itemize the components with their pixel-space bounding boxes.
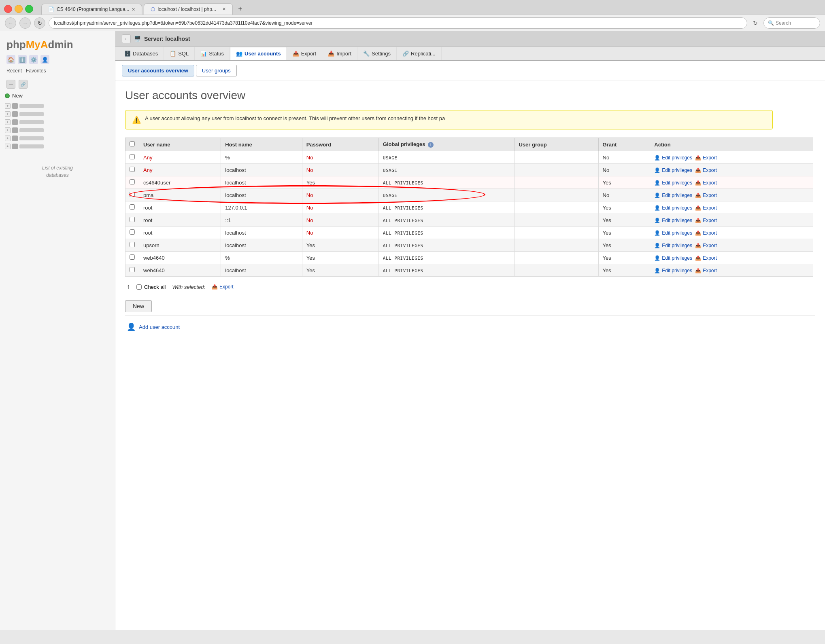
address-bar[interactable] [49,17,747,29]
edit-privileges-button[interactable]: 👤 Edit privileges [654,155,692,161]
row-checkbox[interactable] [130,154,135,159]
new-button[interactable]: New [125,300,152,312]
select-all-checkbox[interactable] [130,141,135,146]
expand-icon[interactable]: + [5,144,11,149]
expand-icon[interactable]: + [5,136,11,141]
db-item[interactable]: + [0,110,115,118]
header-password: Password [302,138,378,151]
db-item[interactable]: + [0,142,115,150]
table-row: upsornlocalhostYesALL PRIVILEGESYes👤 Edi… [125,239,813,252]
tab-replication[interactable]: 🔗 Replicati... [397,47,442,60]
row-checkbox[interactable] [130,254,135,260]
browser-tab-2[interactable]: ⬡ localhost / localhost | php... ✕ [144,3,233,15]
edit-privileges-button[interactable]: 👤 Edit privileges [654,243,692,248]
db-item[interactable]: + [0,126,115,134]
username-link[interactable]: Any [143,167,152,173]
expand-icon[interactable]: + [5,127,11,133]
edit-privileges-button[interactable]: 👤 Edit privileges [654,180,692,186]
export-row-button[interactable]: 📤 Export [695,268,717,273]
expand-icon[interactable]: + [5,119,11,125]
search-box[interactable]: 🔍 Search [763,17,820,29]
export-row-button[interactable]: 📤 Export [695,155,717,161]
export-row-button[interactable]: 📤 Export [695,167,717,173]
info-icon[interactable]: ℹ️ [18,55,27,64]
favorites-link[interactable]: Favorites [26,68,46,74]
user-icon[interactable]: 👤 [40,55,49,64]
row-checkbox[interactable] [130,217,135,222]
export-selected-button[interactable]: 📤 Export [212,284,234,290]
add-user-icon: 👤 [127,322,136,331]
edit-privileges-button[interactable]: 👤 Edit privileges [654,167,692,173]
username-link[interactable]: Any [143,155,152,161]
db-name [19,104,44,108]
server-title: Server: localhost [144,36,190,42]
row-checkbox[interactable] [130,167,135,172]
edit-privileges-button[interactable]: 👤 Edit privileges [654,230,692,236]
new-database-item[interactable]: New [0,91,115,100]
subtab-user-accounts-overview[interactable]: User accounts overview [122,65,194,76]
maximize-button[interactable] [25,5,33,13]
back-button[interactable]: ← [5,17,16,29]
global-priv-info-icon[interactable]: i [428,142,434,148]
db-item[interactable]: + [0,118,115,126]
row-checkbox[interactable] [130,204,135,210]
close-button[interactable] [4,5,12,13]
tab-export[interactable]: 📤 Export [287,47,323,60]
browser-tab-1[interactable]: 📄 CS 4640 (Programming Langua... ✕ [41,4,142,15]
check-all-control[interactable]: Check all [136,284,166,290]
minimize-button[interactable] [15,5,23,13]
tab-import[interactable]: 📥 Import [322,47,357,60]
tab-sql[interactable]: 📋 SQL [164,47,195,60]
refresh-button[interactable]: ↻ [34,17,45,29]
check-all-checkbox[interactable] [136,284,142,290]
new-tab-button[interactable]: + [234,3,246,15]
replication-icon: 🔗 [402,51,409,57]
db-name [19,128,44,132]
row-checkbox[interactable] [130,229,135,235]
add-user-account-button[interactable]: 👤 Add user account [125,319,815,335]
tab1-close[interactable]: ✕ [132,7,135,12]
edit-privileges-button[interactable]: 👤 Edit privileges [654,218,692,223]
sidebar: phpMyAdmin 🏠 ℹ️ ⚙️ 👤 Recent Favorites — … [0,31,115,630]
edit-privileges-button[interactable]: 👤 Edit privileges [654,205,692,211]
export-row-button[interactable]: 📤 Export [695,218,717,223]
settings-icon[interactable]: ⚙️ [29,55,38,64]
export-row-button[interactable]: 📤 Export [695,230,717,236]
db-icon [12,103,18,109]
row-checkbox[interactable] [130,267,135,272]
expand-icon[interactable]: + [5,103,11,109]
password-cell: No [306,155,313,161]
tab-settings[interactable]: 🔧 Settings [357,47,397,60]
row-checkbox[interactable] [130,192,135,197]
warning-text: A user account allowing any user from lo… [145,115,445,121]
home-icon[interactable]: 🏠 [6,55,15,64]
privileges-cell: USAGE [383,168,398,173]
row-checkbox[interactable] [130,179,135,184]
db-item[interactable]: + [0,134,115,142]
tab2-close[interactable]: ✕ [222,6,226,12]
scroll-top-icon[interactable]: ↑ [127,283,130,290]
tab-user-accounts[interactable]: 👥 User accounts [230,47,287,61]
export-row-button[interactable]: 📤 Export [695,205,717,211]
row-checkbox[interactable] [130,242,135,247]
collapse-button[interactable]: — [6,80,15,89]
edit-privileges-button[interactable]: 👤 Edit privileges [654,193,692,198]
expand-icon[interactable]: + [5,111,11,117]
tab-databases[interactable]: 🗄️ Databases [119,47,164,60]
export-row-button[interactable]: 📤 Export [695,243,717,248]
export-row-button[interactable]: 📤 Export [695,180,717,186]
privileges-cell: ALL PRIVILEGES [383,243,423,248]
export-row-button[interactable]: 📤 Export [695,193,717,198]
hostname-cell: localhost [221,164,302,176]
back-nav-button[interactable]: ← [122,34,131,43]
tab-status[interactable]: 📊 Status [195,47,230,60]
edit-privileges-button[interactable]: 👤 Edit privileges [654,255,692,261]
subtab-user-groups[interactable]: User groups [196,65,237,76]
link-button[interactable]: 🔗 [19,80,28,89]
db-item[interactable]: + [0,102,115,110]
recent-link[interactable]: Recent [6,68,22,74]
username-cell: web4640 [139,264,221,277]
export-row-button[interactable]: 📤 Export [695,255,717,261]
edit-privileges-button[interactable]: 👤 Edit privileges [654,268,692,273]
forward-button[interactable]: → [19,17,31,29]
